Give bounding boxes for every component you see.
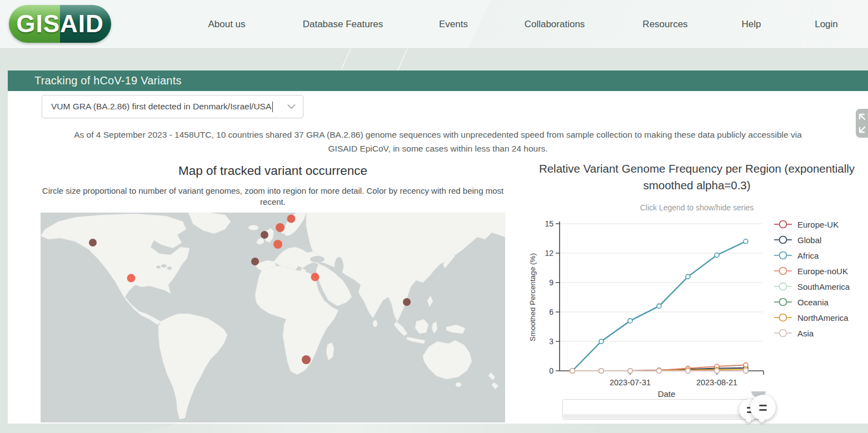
nav-item-events[interactable]: Events: [439, 0, 468, 49]
legend-item-asia[interactable]: Asia: [774, 325, 867, 341]
legend-label: Europe-noUK: [797, 266, 848, 276]
page: GISAID About us Database Features Events…: [0, 0, 868, 433]
map-marker-sweden[interactable]: [287, 215, 296, 223]
nav-item-login[interactable]: Login: [815, 0, 838, 49]
map-marker-thailand[interactable]: [403, 298, 411, 306]
top-navigation: GISAID About us Database Features Events…: [0, 0, 868, 49]
chart-legend-hint: Click Legend to show/hide series: [528, 203, 866, 212]
legend-item-africa[interactable]: Africa: [774, 248, 867, 263]
bubble-tail: [759, 417, 765, 422]
tracking-panel: Tracking of hCoV-19 Variants VUM GRA (BA…: [8, 71, 868, 424]
legend-marker: [774, 298, 792, 306]
legend-item-northamerica[interactable]: NorthAmerica: [774, 310, 867, 325]
world-map[interactable]: [41, 213, 505, 422]
bubble-tail: [746, 417, 751, 422]
legend-item-oceania[interactable]: Oceania: [774, 294, 867, 310]
panel-title: Tracking of hCoV-19 Variants: [34, 74, 182, 87]
svg-text:6: 6: [549, 308, 553, 316]
legend-marker: [774, 266, 792, 275]
legend-label: Oceania: [797, 298, 829, 307]
chevron-down-icon: [287, 104, 296, 109]
panel-header-bar: Tracking of hCoV-19 Variants: [8, 71, 868, 91]
map-marker-israel[interactable]: [311, 273, 320, 281]
nav-item-database-features[interactable]: Database Features: [303, 0, 383, 49]
legend-item-europe-uk[interactable]: Europe-UK: [774, 216, 867, 232]
dash: [759, 405, 767, 406]
legend-item-global[interactable]: Global: [774, 232, 867, 248]
legend-marker: [774, 313, 792, 322]
date-range-input[interactable]: [562, 399, 764, 420]
legend-marker: [774, 220, 792, 229]
svg-text:3: 3: [549, 337, 553, 346]
text-caret: [272, 102, 273, 112]
frequency-chart[interactable]: 036912152023-07-312023-08-21DateSmoothed…: [528, 218, 772, 401]
svg-text:9: 9: [549, 278, 553, 287]
chart-title: Relative Variant Genome Frequency per Re…: [528, 160, 866, 194]
legend-label: Europe-UK: [797, 220, 839, 229]
map-marker-north-america-south[interactable]: [127, 274, 136, 283]
logo-text: GISAID: [9, 5, 111, 43]
range-scroll-track[interactable]: [563, 414, 762, 419]
map-marker-south-africa[interactable]: [302, 355, 311, 364]
legend-label: SouthAmerica: [797, 282, 850, 291]
nav-item-collaborations[interactable]: Collaborations: [525, 0, 585, 49]
map-title: Map of tracked variant occurrence: [41, 164, 505, 178]
legend-marker: [774, 235, 792, 244]
map-marker-north-america-northwest[interactable]: [89, 239, 97, 246]
variant-dropdown[interactable]: VUM GRA (BA.2.86) first detected in Denm…: [42, 95, 303, 118]
frequency-chart-svg: 036912152023-07-312023-08-21DateSmoothed…: [528, 218, 772, 401]
legend-item-southamerica[interactable]: SouthAmerica: [774, 279, 867, 294]
legend-label: NorthAmerica: [797, 313, 849, 323]
chat-bubble-icon: [750, 395, 776, 420]
legend-label: Africa: [797, 251, 819, 260]
arrow-up-left-icon: [858, 113, 866, 121]
svg-text:Date: Date: [658, 389, 676, 399]
svg-text:12: 12: [545, 249, 553, 258]
variant-dropdown-value: VUM GRA (BA.2.86) first detected in Denm…: [51, 102, 271, 112]
svg-text:2023-07-31: 2023-07-31: [610, 378, 651, 387]
side-panel-toggle[interactable]: [856, 109, 868, 138]
svg-text:Smoothed Percentage (%): Smoothed Percentage (%): [528, 253, 537, 341]
dash: [759, 409, 767, 411]
gisaid-logo[interactable]: GISAID: [9, 5, 111, 43]
arrow-down-left-icon: [858, 125, 866, 134]
map-marker-central-europe[interactable]: [273, 240, 282, 249]
map-subtitle: Circle size proportional to number of va…: [37, 185, 509, 208]
svg-text:2023-08-21: 2023-08-21: [696, 378, 737, 387]
map-marker-united-kingdom[interactable]: [261, 231, 268, 239]
nav-item-about-us[interactable]: About us: [208, 0, 245, 49]
map-marker-portugal[interactable]: [251, 258, 259, 265]
svg-text:15: 15: [545, 219, 553, 228]
chart-legend: Europe-UK Global Africa Europe-noUK Sout…: [774, 216, 867, 341]
legend-item-europe-nouk[interactable]: Europe-noUK: [774, 263, 867, 279]
legend-marker: [774, 329, 792, 338]
summary-text: As of 4 September 2023 - 1458UTC, 10 cou…: [73, 128, 802, 155]
feedback-widget[interactable]: [739, 390, 776, 427]
svg-text:0: 0: [549, 366, 553, 375]
legend-marker: [774, 282, 792, 291]
map-marker-denmark[interactable]: [276, 223, 285, 232]
legend-label: Global: [797, 235, 821, 245]
legend-label: Asia: [797, 329, 814, 338]
nav-item-resources[interactable]: Resources: [642, 0, 687, 49]
legend-marker: [774, 251, 792, 260]
nav-item-help[interactable]: Help: [742, 0, 761, 49]
world-map-svg: [41, 213, 505, 422]
